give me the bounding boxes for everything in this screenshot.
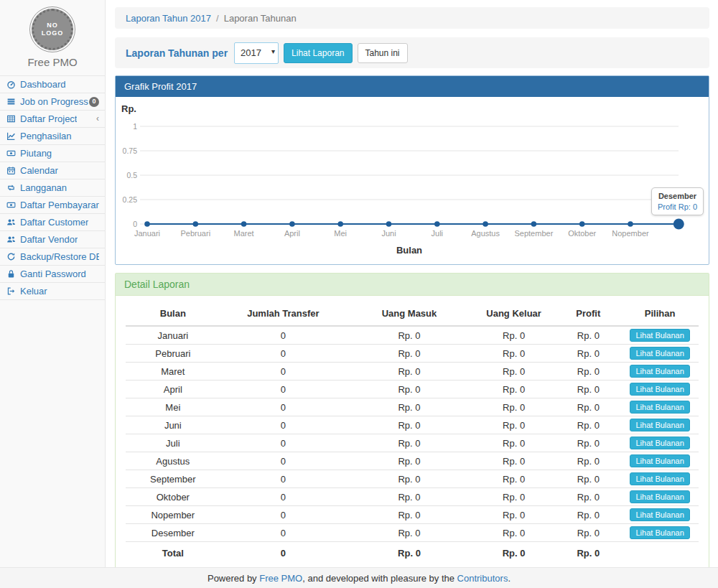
- cell-uang-masuk: Rp. 0: [346, 488, 472, 506]
- svg-text:0.75: 0.75: [123, 146, 138, 155]
- sidebar-item-label: Daftar Vendor: [20, 234, 78, 245]
- table-row-desember: Desember0Rp. 0Rp. 0Rp. 0Lihat Bulanan: [126, 524, 699, 542]
- table-row-agustus: Agustus0Rp. 0Rp. 0Rp. 0Lihat Bulanan: [126, 452, 699, 470]
- svg-text:Juni: Juni: [381, 229, 396, 238]
- table-header-row: BulanJumlah TransferUang MasukUang Kelua…: [126, 302, 699, 326]
- sidebar-item-job-on-progress[interactable]: Job on Progress0: [0, 93, 105, 111]
- cell-pilihan: Lihat Bulanan: [621, 363, 699, 381]
- svg-text:Nopember: Nopember: [612, 229, 649, 238]
- cell-bulan: Mei: [126, 398, 220, 416]
- total-profit: Rp. 0: [555, 542, 621, 564]
- cell-uang-masuk: Rp. 0: [346, 363, 472, 381]
- cell-uang-masuk: Rp. 0: [346, 381, 472, 398]
- svg-text:Oktober: Oktober: [568, 229, 596, 238]
- cell-uang-masuk: Rp. 0: [346, 434, 472, 452]
- svg-text:0.25: 0.25: [123, 195, 138, 204]
- cell-profit: Rp. 0: [555, 345, 621, 363]
- table-row-september: September0Rp. 0Rp. 0Rp. 0Lihat Bulanan: [126, 470, 699, 488]
- calendar-icon: [6, 166, 17, 175]
- profit-chart-panel: Grafik Profit 2017 Rp.00.250.50.751Janua…: [115, 75, 709, 265]
- sidebar-item-dashboard[interactable]: Dashboard: [0, 76, 105, 93]
- lihat-bulanan-button-oktober[interactable]: Lihat Bulanan: [630, 490, 689, 503]
- sidebar-item-daftar-vendor[interactable]: Daftar Vendor: [0, 231, 105, 248]
- lihat-bulanan-button-april[interactable]: Lihat Bulanan: [630, 383, 689, 396]
- lihat-bulanan-button-pebruari[interactable]: Lihat Bulanan: [630, 347, 689, 360]
- svg-text:April: April: [284, 229, 300, 238]
- sidebar-item-ganti-password[interactable]: Ganti Password: [0, 266, 105, 283]
- cell-uang-keluar: Rp. 0: [472, 416, 556, 434]
- svg-text:1: 1: [133, 122, 137, 131]
- lihat-bulanan-button-september[interactable]: Lihat Bulanan: [630, 472, 689, 485]
- sidebar-item-label: Ganti Password: [20, 269, 86, 279]
- sidebar-item-label: Piutang: [20, 148, 52, 159]
- sidebar-item-daftar-customer[interactable]: Daftar Customer: [0, 214, 105, 231]
- svg-text:Rp.: Rp.: [121, 103, 136, 114]
- cell-pilihan: Lihat Bulanan: [621, 434, 699, 452]
- tahun-ini-button[interactable]: Tahun ini: [358, 43, 408, 63]
- table-row-pebruari: Pebruari0Rp. 0Rp. 0Rp. 0Lihat Bulanan: [126, 345, 699, 363]
- sidebar-item-label: Dashboard: [20, 79, 66, 90]
- lihat-laporan-button[interactable]: Lihat Laporan: [284, 43, 352, 63]
- table-row-maret: Maret0Rp. 0Rp. 0Rp. 0Lihat Bulanan: [126, 363, 699, 381]
- chart-panel-body: Rp.00.250.50.751JanuariPebruariMaretApri…: [116, 97, 709, 264]
- cell-pilihan: Lihat Bulanan: [621, 488, 699, 506]
- cell-profit: Rp. 0: [555, 506, 621, 524]
- footer-link-freepmo[interactable]: Free PMO: [259, 573, 302, 584]
- sidebar-item-langganan[interactable]: Langganan: [0, 179, 105, 197]
- lihat-bulanan-button-desember[interactable]: Lihat Bulanan: [630, 526, 689, 539]
- lihat-bulanan-button-agustus[interactable]: Lihat Bulanan: [630, 454, 689, 467]
- cell-uang-masuk: Rp. 0: [346, 326, 472, 345]
- sidebar-item-piutang[interactable]: Piutang: [0, 145, 105, 162]
- lihat-bulanan-button-juli[interactable]: Lihat Bulanan: [630, 437, 689, 449]
- cell-bulan: Juli: [126, 434, 220, 452]
- brand-name: Free PMO: [0, 56, 105, 68]
- footer-link-contributors[interactable]: Contributors: [457, 573, 508, 584]
- detail-panel-title: Detail Laporan: [116, 274, 709, 296]
- cell-jumlah-transfer: 0: [220, 434, 347, 452]
- cell-profit: Rp. 0: [555, 381, 621, 398]
- sidebar-item-backup-restore-db[interactable]: Backup/Restore DB: [0, 248, 105, 266]
- cell-profit: Rp. 0: [555, 434, 621, 452]
- tachometer-icon: [6, 80, 17, 89]
- table-row-april: April0Rp. 0Rp. 0Rp. 0Lihat Bulanan: [126, 381, 699, 398]
- profit-line-chart: Rp.00.250.50.751JanuariPebruariMaretApri…: [121, 103, 686, 257]
- sidebar-item-penghasilan[interactable]: Penghasilan: [0, 128, 105, 145]
- sidebar-item-keluar[interactable]: Keluar: [0, 283, 105, 300]
- logo-text-line2: LOGO: [42, 29, 64, 37]
- cell-pilihan: Lihat Bulanan: [621, 345, 699, 363]
- cell-profit: Rp. 0: [555, 398, 621, 416]
- cell-uang-masuk: Rp. 0: [346, 524, 472, 542]
- sidebar-menu: DashboardJob on Progress0Daftar Project‹…: [0, 75, 105, 300]
- sidebar-item-label: Backup/Restore DB: [20, 251, 99, 262]
- lihat-bulanan-button-januari[interactable]: Lihat Bulanan: [630, 329, 689, 342]
- lihat-bulanan-button-mei[interactable]: Lihat Bulanan: [630, 401, 689, 414]
- cell-jumlah-transfer: 0: [220, 470, 347, 488]
- sidebar-item-daftar-project[interactable]: Daftar Project‹: [0, 111, 105, 128]
- breadcrumb: Laporan Tahun 2017 / Laporan Tahunan: [115, 7, 709, 29]
- cell-pilihan: Lihat Bulanan: [621, 506, 699, 524]
- footer-text-suffix: .: [508, 573, 510, 584]
- year-select[interactable]: 2017: [234, 42, 279, 64]
- users-icon: [6, 218, 17, 227]
- logo-text-line1: NO: [47, 22, 58, 29]
- cell-uang-keluar: Rp. 0: [472, 470, 556, 488]
- cell-jumlah-transfer: 0: [220, 524, 347, 542]
- lihat-bulanan-button-maret[interactable]: Lihat Bulanan: [630, 365, 689, 378]
- lihat-bulanan-button-juni[interactable]: Lihat Bulanan: [630, 419, 689, 431]
- svg-text:Juli: Juli: [432, 229, 444, 238]
- cell-pilihan: Lihat Bulanan: [621, 524, 699, 542]
- sidebar-item-calendar[interactable]: Calendar: [0, 162, 105, 179]
- cell-uang-keluar: Rp. 0: [472, 345, 556, 363]
- cell-uang-keluar: Rp. 0: [472, 488, 556, 506]
- sidebar-item-daftar-pembayaran[interactable]: Daftar Pembayaran: [0, 197, 105, 214]
- lihat-bulanan-button-nopember[interactable]: Lihat Bulanan: [630, 508, 689, 521]
- sidebar-item-label: Penghasilan: [20, 131, 72, 141]
- column-header-jumlah-transfer: Jumlah Transfer: [220, 302, 347, 326]
- cell-uang-masuk: Rp. 0: [346, 452, 472, 470]
- cell-uang-keluar: Rp. 0: [472, 363, 556, 381]
- total-uang-keluar: Rp. 0: [472, 542, 556, 564]
- cell-bulan: Juni: [126, 416, 220, 434]
- table-total-row: Total0Rp. 0Rp. 0Rp. 0: [126, 542, 699, 564]
- column-header-uang-masuk: Uang Masuk: [346, 302, 472, 326]
- breadcrumb-link-laporan-tahun[interactable]: Laporan Tahun 2017: [126, 13, 211, 24]
